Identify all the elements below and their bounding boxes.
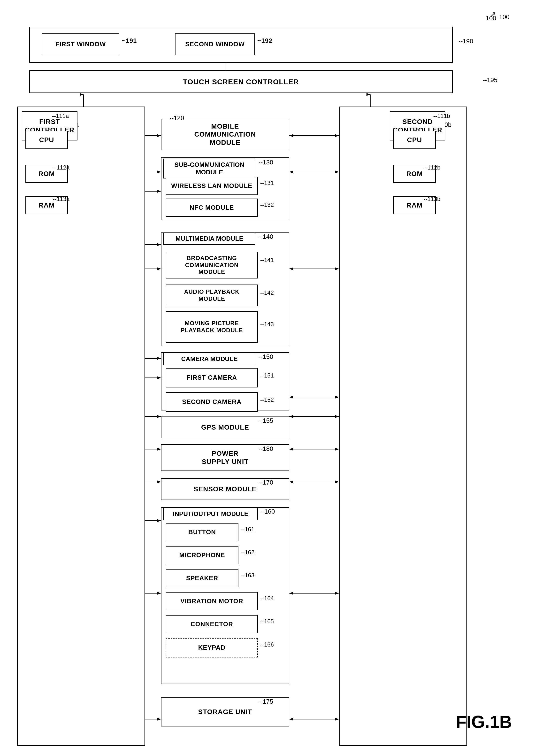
ref-143: --143 (260, 321, 274, 328)
mobile-comm-box: MOBILE COMMUNICATION MODULE (161, 119, 289, 150)
storage-label: STORAGE UNIT (198, 708, 252, 716)
speaker-label: SPEAKER (186, 574, 218, 582)
second-cpu-label: CPU (407, 136, 422, 144)
vibration-motor-label: VIBRATION MOTOR (180, 597, 243, 605)
ref-111a: --111a (52, 113, 69, 119)
ref-130: --130 (259, 159, 273, 166)
ref-195: --195 (483, 76, 497, 84)
ref-113a: --113a (53, 196, 70, 203)
ref-155: --155 (259, 417, 273, 424)
sub-comm-label-box: SUB-COMMUNICATION MODULE (163, 159, 256, 179)
keypad-box: KEYPAD (166, 638, 258, 657)
microphone-label: MICROPHONE (179, 551, 225, 559)
ref-191: ~191 (122, 37, 137, 45)
nfc-box: NFC MODULE (166, 199, 258, 217)
first-rom-label: ROM (38, 170, 55, 178)
diagram: 100 100 ↗ FIRST WINDOW ~191 SECOND WINDO… (0, 0, 541, 756)
second-window-box: SECOND WINDOW (175, 33, 255, 55)
second-ram-label: RAM (406, 201, 423, 210)
io-label-box: INPUT/OUTPUT MODULE (163, 508, 258, 520)
touch-screen-label: TOUCH SCREEN CONTROLLER (183, 78, 299, 86)
ref-192: ~192 (257, 37, 272, 45)
connector-label: CONNECTOR (191, 620, 233, 628)
ref-111b: --111b (433, 113, 450, 119)
button-label: BUTTON (188, 528, 216, 536)
audio-playback-box: AUDIO PLAYBACK MODULE (166, 285, 258, 306)
ref-166: --166 (260, 641, 274, 648)
ref-161: --161 (241, 526, 255, 533)
audio-playback-label: AUDIO PLAYBACK MODULE (184, 289, 240, 303)
ref-113b: --113b (424, 196, 440, 203)
moving-picture-label: MOVING PICTURE PLAYBACK MODULE (181, 320, 243, 334)
multimedia-label: MULTIMEDIA MODULE (176, 235, 243, 242)
broadcasting-label: BROADCASTING COMMUNICATION MODULE (185, 255, 239, 276)
first-camera-label: FIRST CAMERA (187, 374, 237, 381)
ref-160: --160 (260, 508, 275, 515)
camera-module-label-box: CAMERA MODULE (163, 353, 256, 365)
ref-150: --150 (259, 353, 273, 361)
ref-162: --162 (241, 549, 255, 556)
ref-141: --141 (260, 257, 274, 264)
ref-170: --170 (259, 479, 273, 486)
ref-163: --163 (241, 572, 255, 579)
first-cpu-box: CPU (25, 131, 68, 149)
ref-164: --164 (260, 595, 274, 602)
sensor-label: SENSOR MODULE (194, 485, 257, 493)
windows-container: FIRST WINDOW ~191 SECOND WINDOW ~192 (29, 27, 453, 63)
ref-180: --180 (259, 445, 273, 452)
first-window-label: FIRST WINDOW (55, 40, 106, 48)
ref-151: --151 (260, 372, 274, 379)
second-camera-box: SECOND CAMERA (166, 392, 258, 412)
wireless-lan-box: WIRELESS LAN MODULE (166, 177, 258, 195)
second-window-label: SECOND WINDOW (185, 40, 245, 48)
ref-131: --131 (260, 180, 274, 187)
io-label: INPUT/OUTPUT MODULE (173, 510, 249, 517)
nfc-label: NFC MODULE (190, 204, 234, 211)
ref-112b: --112b (424, 164, 440, 171)
moving-picture-box: MOVING PICTURE PLAYBACK MODULE (166, 311, 258, 343)
camera-module-label: CAMERA MODULE (181, 355, 238, 363)
microphone-box: MICROPHONE (166, 546, 239, 564)
ref-140: --140 (259, 233, 273, 241)
ref-165: --165 (260, 618, 274, 625)
power-supply-label: POWER SUPPLY UNIT (202, 449, 249, 466)
ref-142: --142 (260, 289, 274, 296)
first-window-box: FIRST WINDOW (42, 33, 119, 55)
vibration-motor-box: VIBRATION MOTOR (166, 592, 258, 610)
ref-112a: --112a (53, 164, 70, 171)
first-camera-box: FIRST CAMERA (166, 368, 258, 387)
ref-152: --152 (260, 396, 274, 403)
second-camera-label: SECOND CAMERA (182, 398, 242, 405)
button-box: BUTTON (166, 523, 239, 541)
touch-screen-controller-box: TOUCH SCREEN CONTROLLER (29, 70, 453, 93)
figure-label: FIG.1B (456, 712, 512, 732)
ref-120: --120 (170, 114, 184, 122)
ref-175: --175 (259, 698, 273, 705)
wireless-lan-label: WIRELESS LAN MODULE (171, 182, 252, 190)
speaker-box: SPEAKER (166, 569, 239, 587)
second-cpu-box: CPU (393, 131, 436, 149)
gps-label: GPS MODULE (201, 423, 249, 431)
connector-box: CONNECTOR (166, 615, 258, 633)
keypad-label: KEYPAD (198, 644, 225, 651)
multimedia-label-box: MULTIMEDIA MODULE (163, 233, 256, 245)
first-cpu-label: CPU (39, 136, 54, 144)
second-rom-label: ROM (406, 170, 423, 178)
first-ram-label: RAM (39, 201, 55, 210)
ref-132: --132 (260, 202, 274, 208)
ref-190: --190 (458, 38, 473, 45)
sub-comm-label: SUB-COMMUNICATION MODULE (175, 161, 244, 176)
mobile-comm-label: MOBILE COMMUNICATION MODULE (194, 122, 256, 147)
broadcasting-box: BROADCASTING COMMUNICATION MODULE (166, 252, 258, 279)
